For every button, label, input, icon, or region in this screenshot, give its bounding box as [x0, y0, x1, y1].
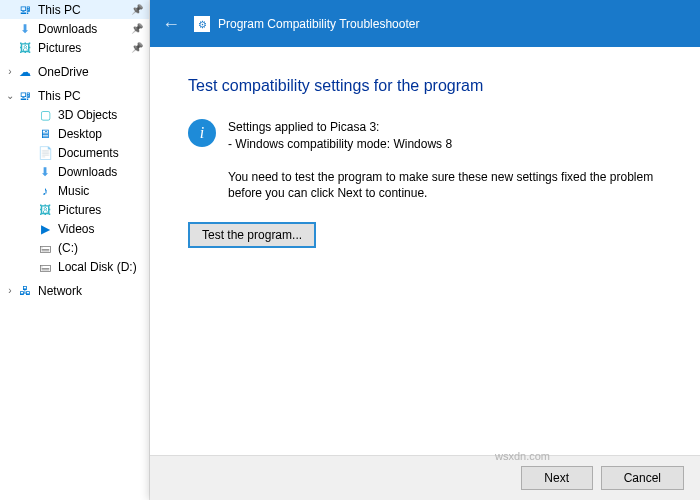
- nav-item-this-pc[interactable]: 🖳This PC📌: [0, 0, 149, 19]
- nav-item--c-[interactable]: 🖴(C:): [0, 238, 149, 257]
- nav-item-3d-objects[interactable]: ▢3D Objects: [0, 105, 149, 124]
- dialog-footer: Next Cancel: [150, 455, 700, 500]
- nav-item-local-disk-d-[interactable]: 🖴Local Disk (D:): [0, 257, 149, 276]
- chevron-icon[interactable]: ›: [4, 285, 16, 296]
- pictures-icon: 🖼: [16, 40, 34, 56]
- nav-item-label: (C:): [58, 241, 145, 255]
- local-disk-d--icon: 🖴: [36, 259, 54, 275]
- nav-item-label: Local Disk (D:): [58, 260, 145, 274]
- troubleshooter-icon: ⚙: [194, 16, 210, 32]
- network-icon: 🖧: [16, 283, 34, 299]
- nav-item-label: Downloads: [58, 165, 145, 179]
- nav-item-pictures[interactable]: 🖼Pictures📌: [0, 38, 149, 57]
- troubleshooter-dialog: ← ⚙ Program Compatibility Troubleshooter…: [150, 0, 700, 500]
- nav-item-pictures[interactable]: 🖼Pictures: [0, 200, 149, 219]
- dialog-title: Program Compatibility Troubleshooter: [218, 17, 419, 31]
- videos-icon: ▶: [36, 221, 54, 237]
- 3d-objects-icon: ▢: [36, 107, 54, 123]
- pictures-icon: 🖼: [36, 202, 54, 218]
- nav-item-label: Videos: [58, 222, 145, 236]
- nav-item-music[interactable]: ♪Music: [0, 181, 149, 200]
- this-pc-icon: 🖳: [16, 88, 34, 104]
- downloads-icon: ⬇: [16, 21, 34, 37]
- nav-item-label: Documents: [58, 146, 145, 160]
- pin-icon: 📌: [131, 4, 143, 15]
- downloads-icon: ⬇: [36, 164, 54, 180]
- this-pc-icon: 🖳: [16, 2, 34, 18]
- info-row: i Settings applied to Picasa 3: - Window…: [188, 119, 662, 153]
- nav-item-label: Music: [58, 184, 145, 198]
- pin-icon: 📌: [131, 42, 143, 53]
- nav-item-desktop[interactable]: 🖥Desktop: [0, 124, 149, 143]
- test-program-button[interactable]: Test the program...: [188, 222, 316, 248]
- nav-item-downloads[interactable]: ⬇Downloads: [0, 162, 149, 181]
- chevron-icon[interactable]: ⌄: [4, 90, 16, 101]
- nav-item-label: Desktop: [58, 127, 145, 141]
- info-icon: i: [188, 119, 216, 147]
- documents-icon: 📄: [36, 145, 54, 161]
- nav-item-label: This PC: [38, 3, 131, 17]
- nav-item-label: Downloads: [38, 22, 131, 36]
- nav-item-label: 3D Objects: [58, 108, 145, 122]
- nav-item-this-pc[interactable]: ⌄🖳This PC: [0, 86, 149, 105]
- nav-item-label: OneDrive: [38, 65, 145, 79]
- nav-item-network[interactable]: ›🖧Network: [0, 281, 149, 300]
- watermark: wsxdn.com: [495, 450, 550, 462]
- nav-item-label: Pictures: [58, 203, 145, 217]
- back-arrow-icon[interactable]: ←: [162, 14, 180, 35]
- cancel-button[interactable]: Cancel: [601, 466, 684, 490]
- dialog-header: ← ⚙ Program Compatibility Troubleshooter: [150, 1, 700, 47]
- nav-item-videos[interactable]: ▶Videos: [0, 219, 149, 238]
- desktop-icon: 🖥: [36, 126, 54, 142]
- onedrive-icon: ☁: [16, 64, 34, 80]
- dialog-body: Test compatibility settings for the prog…: [150, 47, 700, 455]
- page-heading: Test compatibility settings for the prog…: [188, 77, 662, 95]
- instruction-text: You need to test the program to make sur…: [228, 169, 662, 203]
- nav-item-downloads[interactable]: ⬇Downloads📌: [0, 19, 149, 38]
- chevron-icon[interactable]: ›: [4, 66, 16, 77]
- pin-icon: 📌: [131, 23, 143, 34]
- -c--icon: 🖴: [36, 240, 54, 256]
- music-icon: ♪: [36, 183, 54, 199]
- nav-item-label: Network: [38, 284, 145, 298]
- compat-mode-line: - Windows compatibility mode: Windows 8: [228, 136, 452, 153]
- next-button[interactable]: Next: [521, 466, 593, 490]
- nav-item-documents[interactable]: 📄Documents: [0, 143, 149, 162]
- info-text: Settings applied to Picasa 3: - Windows …: [228, 119, 452, 153]
- nav-item-onedrive[interactable]: ›☁OneDrive: [0, 62, 149, 81]
- explorer-nav-tree: 🖳This PC📌⬇Downloads📌🖼Pictures📌›☁OneDrive…: [0, 0, 150, 500]
- nav-item-label: This PC: [38, 89, 145, 103]
- settings-applied-line: Settings applied to Picasa 3:: [228, 119, 452, 136]
- nav-item-label: Pictures: [38, 41, 131, 55]
